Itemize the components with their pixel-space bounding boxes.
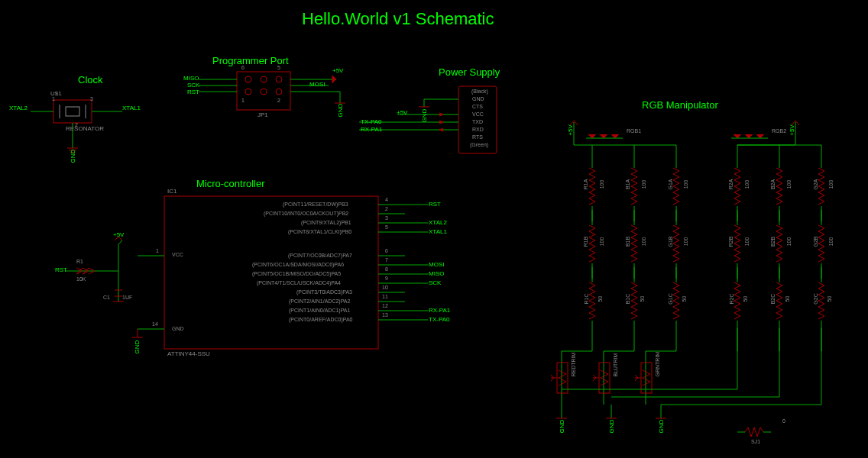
pwr-vcc: +5V: [397, 109, 407, 116]
prog-gnd: GND: [337, 104, 344, 118]
svg-point-16: [276, 89, 282, 95]
mcu-part: ATTINY44-SSU: [167, 350, 210, 357]
section-rgb: RGB Manipulator: [642, 99, 718, 111]
clock-left: XTAL2: [9, 105, 28, 111]
svg-rect-10: [237, 72, 290, 110]
svg-rect-3: [66, 107, 79, 116]
section-mcu: Micro-controller: [196, 178, 265, 189]
svg-point-12: [261, 76, 267, 82]
pwr-gnd: GND: [421, 109, 428, 123]
section-clock: Clock: [78, 74, 103, 85]
svg-point-14: [245, 89, 251, 95]
pwr-rx: RX-PA1: [361, 126, 382, 133]
pwr-tx: TX-PA0: [361, 118, 381, 125]
prog-vcc: +5V: [332, 67, 343, 74]
mcu-gnd2: GND: [134, 340, 141, 354]
svg-point-15: [261, 89, 267, 95]
mcu-ref: IC1: [167, 188, 177, 195]
clock-gnd: GND: [70, 150, 76, 163]
svg-point-13: [276, 76, 282, 82]
prog-rst: RST: [187, 89, 199, 95]
prog-sck: SCK: [187, 82, 199, 89]
prog-ref: JP1: [257, 111, 268, 118]
mcu-rst: RST: [55, 266, 67, 273]
mcu-5v: +5V: [113, 231, 124, 238]
prog-miso: MISO: [183, 75, 199, 82]
prog-mosi: MOSI: [309, 81, 325, 88]
schematic-title: Hello.World v1 Schematic: [302, 9, 494, 29]
clock-val: RESONATOR: [66, 125, 104, 132]
clock-right: XTAL1: [122, 105, 141, 111]
svg-line-49: [118, 240, 122, 244]
section-power: Power Supply: [439, 66, 500, 78]
svg-point-11: [245, 76, 251, 82]
